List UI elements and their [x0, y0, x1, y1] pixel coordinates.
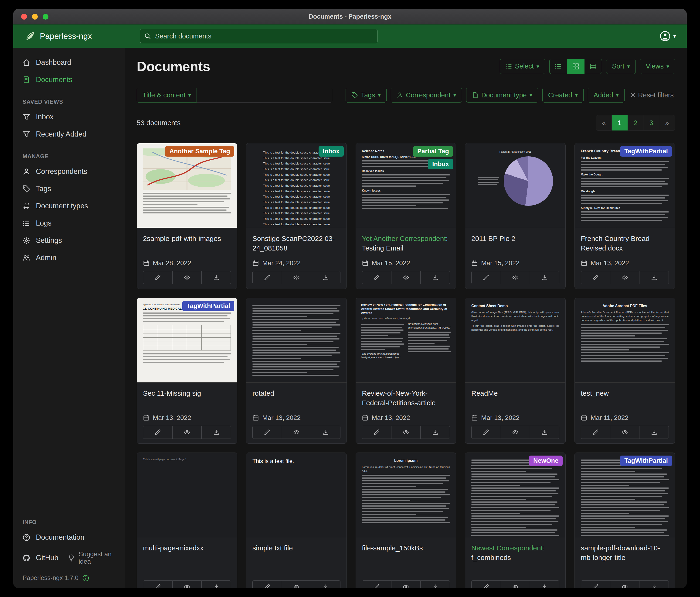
title-content-dropdown[interactable]: Title & content▾ — [137, 88, 197, 102]
download-document-button[interactable] — [201, 426, 231, 438]
download-document-button[interactable] — [530, 426, 559, 438]
document-thumbnail[interactable]: This is a test file. — [246, 453, 347, 538]
info-icon[interactable] — [82, 575, 89, 582]
document-thumbnail[interactable]: Release NotesSimba ODBC Driver for SQL S… — [356, 143, 456, 228]
edit-document-button[interactable] — [143, 426, 172, 438]
download-document-button[interactable] — [201, 271, 231, 284]
edit-document-button[interactable] — [253, 581, 282, 588]
document-thumbnail[interactable]: This is a test for the double space char… — [246, 143, 347, 228]
view-document-button[interactable] — [282, 581, 311, 588]
edit-document-button[interactable] — [253, 426, 282, 438]
title-content-input[interactable] — [197, 88, 332, 102]
filter-correspondent-button[interactable]: Correspondent▾ — [391, 88, 462, 102]
download-document-button[interactable] — [530, 271, 559, 284]
edit-document-button[interactable] — [362, 581, 391, 588]
document-thumbnail[interactable]: Review of New York Federal Petitions for… — [356, 298, 456, 383]
page-2-button[interactable]: 2 — [628, 115, 644, 130]
minimize-window-button[interactable] — [32, 14, 38, 20]
sidebar-item-documents[interactable]: Documents — [13, 71, 125, 88]
document-title[interactable]: simple txt file — [252, 543, 341, 553]
document-thumbnail[interactable]: TagWithPartial — [575, 453, 675, 538]
edit-document-button[interactable] — [362, 426, 391, 438]
sidebar-item-settings[interactable]: Settings — [13, 232, 125, 249]
view-document-button[interactable] — [282, 271, 311, 284]
download-document-button[interactable] — [420, 581, 450, 588]
edit-document-button[interactable] — [472, 426, 501, 438]
page-prev-button[interactable]: « — [596, 115, 612, 130]
view-grid-button[interactable] — [567, 59, 584, 74]
edit-document-button[interactable] — [362, 271, 391, 284]
edit-document-button[interactable] — [253, 271, 282, 284]
view-detail-button[interactable] — [584, 59, 602, 74]
download-document-button[interactable] — [420, 271, 450, 284]
views-button[interactable]: Views▾ — [640, 59, 675, 74]
maximize-window-button[interactable] — [43, 14, 48, 20]
filter-tags-button[interactable]: Tags▾ — [346, 88, 386, 102]
sidebar-item-document-types[interactable]: Document types — [13, 197, 125, 215]
edit-document-button[interactable] — [472, 271, 501, 284]
edit-document-button[interactable] — [581, 581, 610, 588]
tag-badge-tagwithpartial[interactable]: TagWithPartial — [620, 456, 672, 466]
document-title[interactable]: rotated — [252, 389, 341, 398]
sidebar-item-suggest-an-idea[interactable]: Suggest an idea — [61, 546, 125, 570]
download-document-button[interactable] — [420, 426, 450, 438]
search-input[interactable] — [140, 29, 377, 43]
tag-badge-inbox[interactable]: Inbox — [319, 146, 344, 157]
sidebar-item-dashboard[interactable]: Dashboard — [13, 54, 125, 71]
reset-filters-button[interactable]: Reset filters — [629, 91, 675, 99]
document-thumbnail[interactable]: Patient BP Distribution 2011 — [465, 143, 566, 228]
view-document-button[interactable] — [610, 271, 640, 284]
view-document-button[interactable] — [501, 581, 530, 588]
tag-badge-inbox[interactable]: Inbox — [428, 159, 453, 169]
app-brand[interactable]: Paperless-ngx — [24, 30, 126, 42]
document-thumbnail[interactable]: Lorem ipsumLorem ipsum dolor sit amet, c… — [356, 453, 456, 538]
view-document-button[interactable] — [391, 426, 421, 438]
filter-added-button[interactable]: Added▾ — [588, 88, 625, 102]
page-1-button[interactable]: 1 — [612, 115, 628, 130]
document-correspondent[interactable]: Newest Correspondent — [471, 544, 543, 552]
sidebar-item-github[interactable]: GitHub — [13, 549, 61, 567]
sidebar-item-logs[interactable]: Logs — [13, 215, 125, 232]
sidebar-item-recently-added[interactable]: Recently Added — [13, 126, 125, 143]
filter-document-type-button[interactable]: Document type▾ — [466, 88, 538, 102]
tag-badge-tagwithpartial[interactable]: TagWithPartial — [182, 301, 234, 311]
download-document-button[interactable] — [530, 581, 559, 588]
edit-document-button[interactable] — [143, 581, 172, 588]
view-document-button[interactable] — [172, 581, 202, 588]
view-document-button[interactable] — [172, 271, 202, 284]
close-window-button[interactable] — [21, 14, 27, 20]
download-document-button[interactable] — [639, 271, 669, 284]
document-title[interactable]: Review-of-New-York-Federal-Petitions-art… — [362, 389, 450, 408]
view-document-button[interactable] — [391, 271, 421, 284]
download-document-button[interactable] — [639, 581, 669, 588]
tag-badge-tagwithpartial[interactable]: TagWithPartial — [620, 146, 672, 157]
document-title[interactable]: test_new — [581, 389, 669, 398]
tag-badge-partial-tag[interactable]: Partial Tag — [413, 146, 453, 157]
select-button[interactable]: Select▾ — [500, 59, 545, 74]
sidebar-item-admin[interactable]: Admin — [13, 249, 125, 266]
sidebar-item-correspondents[interactable]: Correspondents — [13, 163, 125, 180]
view-document-button[interactable] — [501, 426, 530, 438]
view-document-button[interactable] — [172, 426, 202, 438]
document-title[interactable]: Sonstige ScanPC2022 03-24_081058 — [252, 234, 341, 253]
document-title[interactable]: 2011 BP Pie 2 — [471, 234, 559, 243]
document-thumbnail[interactable]: Another Sample Tag — [137, 143, 237, 228]
document-title[interactable]: Sec 11-Missing sig — [143, 389, 231, 398]
view-document-button[interactable] — [501, 271, 530, 284]
document-thumbnail[interactable]: Contact Sheet DemoGiven a set of image f… — [465, 298, 566, 383]
edit-document-button[interactable] — [143, 271, 172, 284]
document-correspondent[interactable]: Yet Another Correspondent — [362, 235, 446, 242]
download-document-button[interactable] — [201, 581, 231, 588]
view-document-button[interactable] — [610, 581, 640, 588]
document-title[interactable]: Newest Correspondent: f_combineds — [471, 543, 559, 562]
document-title[interactable]: multi-page-mixedxx — [143, 543, 231, 553]
edit-document-button[interactable] — [581, 271, 610, 284]
sort-button[interactable]: Sort▾ — [606, 59, 636, 74]
document-thumbnail[interactable]: This is a multi page document. Page 1. — [137, 453, 237, 538]
view-document-button[interactable] — [282, 426, 311, 438]
page-3-button[interactable]: 3 — [644, 115, 659, 130]
view-document-button[interactable] — [610, 426, 640, 438]
user-menu[interactable]: ▾ — [660, 31, 676, 42]
document-title[interactable]: ReadMe — [471, 389, 559, 398]
edit-document-button[interactable] — [472, 581, 501, 588]
